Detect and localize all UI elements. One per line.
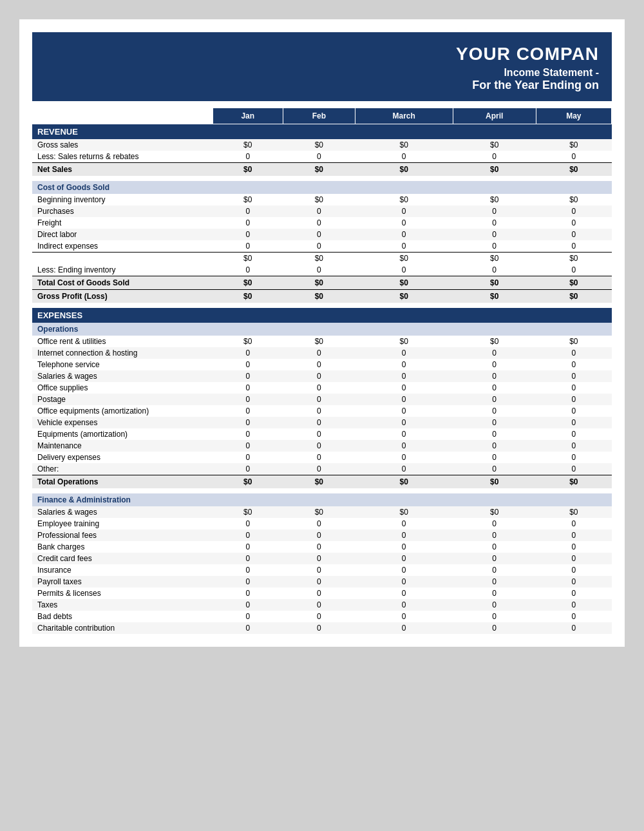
net-sales-jan: $0 (213, 163, 283, 177)
equipments-amort-row: Equipments (amortization) 0 0 0 0 0 (32, 428, 612, 440)
bad-debts-label: Bad debts (32, 611, 213, 622)
indirect-expenses-row: Indirect expenses 0 0 0 0 0 (32, 240, 612, 253)
professional-fees-label: Professional fees (32, 530, 213, 541)
net-sales-march: $0 (355, 163, 453, 177)
finance-header: Finance & Administration (32, 493, 612, 506)
gross-sales-april: $0 (453, 139, 536, 151)
cogs-section-header: Cost of Goods Sold (32, 181, 612, 194)
col-jan: Jan (213, 108, 283, 124)
credit-card-fees-row: Credit card fees 0 0 0 0 0 (32, 553, 612, 564)
office-equipment-label: Office equipments (amortization) (32, 405, 213, 417)
freight-label: Freight (32, 217, 213, 229)
office-rent-label: Office rent & utilities (32, 336, 213, 347)
operations-label: Operations (32, 323, 612, 336)
payroll-taxes-row: Payroll taxes 0 0 0 0 0 (32, 576, 612, 587)
insurance-row: Insurance 0 0 0 0 0 (32, 564, 612, 576)
office-equipment-row: Office equipments (amortization) 0 0 0 0… (32, 405, 612, 417)
purchases-label: Purchases (32, 205, 213, 217)
net-sales-label: Net Sales (32, 163, 213, 177)
gross-profit-row: Gross Profit (Loss) $0 $0 $0 $0 $0 (32, 290, 612, 303)
other-row: Other: 0 0 0 0 0 (32, 463, 612, 475)
column-header-row: Jan Feb March April May (32, 108, 612, 124)
sales-returns-row: Less: Sales returns & rebates 0 0 0 0 0 (32, 151, 612, 163)
revenue-section-header: REVENUE (32, 124, 612, 140)
bad-debts-row: Bad debts 0 0 0 0 0 (32, 611, 612, 622)
vehicle-expenses-label: Vehicle expenses (32, 417, 213, 428)
operations-header: Operations (32, 323, 612, 336)
gross-profit-label: Gross Profit (Loss) (32, 290, 213, 303)
gross-sales-row: Gross sales $0 $0 $0 $0 $0 (32, 139, 612, 151)
spacer3 (32, 488, 612, 493)
taxes-row: Taxes 0 0 0 0 0 (32, 599, 612, 611)
gross-sales-label: Gross sales (32, 139, 213, 151)
report-header: YOUR COMPAN Income Statement - For the Y… (32, 32, 612, 101)
payroll-taxes-label: Payroll taxes (32, 576, 213, 587)
net-sales-row: Net Sales $0 $0 $0 $0 $0 (32, 163, 612, 177)
company-name: YOUR COMPAN (45, 44, 599, 64)
other-label: Other: (32, 463, 213, 475)
freight-row: Freight 0 0 0 0 0 (32, 217, 612, 229)
purchases-row: Purchases 0 0 0 0 0 (32, 205, 612, 217)
cogs-subtotal-label (32, 253, 213, 265)
label-header (32, 108, 213, 124)
beginning-inventory-label: Beginning inventory (32, 194, 213, 205)
col-may: May (536, 108, 611, 124)
postage-row: Postage 0 0 0 0 0 (32, 394, 612, 405)
beginning-inventory-row: Beginning inventory $0 $0 $0 $0 $0 (32, 194, 612, 205)
delivery-expenses-label: Delivery expenses (32, 452, 213, 463)
office-supplies-label: Office supplies (32, 382, 213, 394)
bank-charges-row: Bank charges 0 0 0 0 0 (32, 541, 612, 553)
permits-licenses-label: Permits & licenses (32, 587, 213, 599)
maintenance-row: Maintenance 0 0 0 0 0 (32, 440, 612, 452)
col-march: March (355, 108, 453, 124)
professional-fees-row: Professional fees 0 0 0 0 0 (32, 530, 612, 541)
ending-inventory-row: Less: Ending inventory 0 0 0 0 0 (32, 264, 612, 276)
net-sales-feb: $0 (283, 163, 355, 177)
internet-label: Internet connection & hosting (32, 347, 213, 359)
spacer1 (32, 176, 612, 181)
sales-returns-label: Less: Sales returns & rebates (32, 151, 213, 163)
telephone-row: Telephone service 0 0 0 0 0 (32, 359, 612, 370)
indirect-expenses-label: Indirect expenses (32, 240, 213, 253)
gross-sales-march: $0 (355, 139, 453, 151)
bank-charges-label: Bank charges (32, 541, 213, 553)
fa-salaries-label: Salaries & wages (32, 506, 213, 518)
delivery-expenses-row: Delivery expenses 0 0 0 0 0 (32, 452, 612, 463)
office-rent-row: Office rent & utilities $0 $0 $0 $0 $0 (32, 336, 612, 347)
gross-sales-may: $0 (536, 139, 611, 151)
net-sales-may: $0 (536, 163, 611, 177)
salaries-wages-ops-row: Salaries & wages 0 0 0 0 0 (32, 370, 612, 382)
charitable-contribution-row: Charitable contribution 0 0 0 0 0 (32, 622, 612, 634)
total-operations-label: Total Operations (32, 475, 213, 489)
spacer2 (32, 303, 612, 308)
sales-returns-march: 0 (355, 151, 453, 163)
sales-returns-april: 0 (453, 151, 536, 163)
total-cogs-row: Total Cost of Goods Sold $0 $0 $0 $0 $0 (32, 276, 612, 290)
vehicle-expenses-row: Vehicle expenses 0 0 0 0 0 (32, 417, 612, 428)
cogs-subtotal-row: $0 $0 $0 $0 $0 (32, 253, 612, 265)
employee-training-row: Employee training 0 0 0 0 0 (32, 518, 612, 530)
sales-returns-may: 0 (536, 151, 611, 163)
sales-returns-feb: 0 (283, 151, 355, 163)
maintenance-label: Maintenance (32, 440, 213, 452)
cogs-label: Cost of Goods Sold (32, 181, 612, 194)
col-feb: Feb (283, 108, 355, 124)
col-april: April (453, 108, 536, 124)
postage-label: Postage (32, 394, 213, 405)
equipments-amort-label: Equipments (amortization) (32, 428, 213, 440)
gross-sales-feb: $0 (283, 139, 355, 151)
finance-label: Finance & Administration (32, 493, 612, 506)
internet-row: Internet connection & hosting 0 0 0 0 0 (32, 347, 612, 359)
report-subtitle2: For the Year Ending on (45, 79, 599, 92)
salaries-wages-ops-label: Salaries & wages (32, 370, 213, 382)
net-sales-april: $0 (453, 163, 536, 177)
fa-salaries-row: Salaries & wages $0 $0 $0 $0 $0 (32, 506, 612, 518)
charitable-contribution-label: Charitable contribution (32, 622, 213, 634)
credit-card-fees-label: Credit card fees (32, 553, 213, 564)
telephone-label: Telephone service (32, 359, 213, 370)
expenses-section-header: EXPENSES (32, 308, 612, 323)
sales-returns-jan: 0 (213, 151, 283, 163)
income-statement-table: Jan Feb March April May REVENUE Gross sa… (32, 108, 612, 634)
total-cogs-label: Total Cost of Goods Sold (32, 276, 213, 290)
direct-labor-label: Direct labor (32, 229, 213, 240)
